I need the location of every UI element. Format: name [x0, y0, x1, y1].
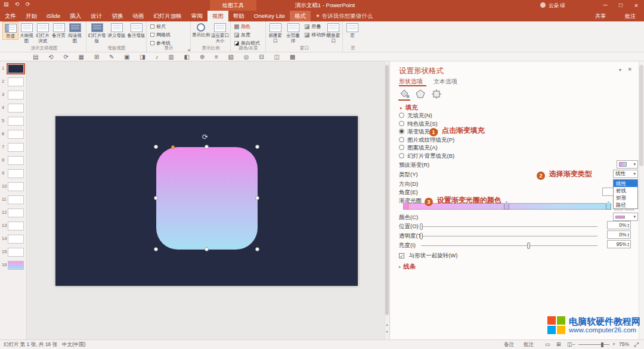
size-properties-icon[interactable]: [431, 89, 442, 99]
slide-thumbnail[interactable]: [8, 91, 24, 99]
notes-toggle[interactable]: 备注: [504, 340, 514, 349]
gradient-rounded-rectangle[interactable]: [156, 147, 258, 250]
option-color[interactable]: 颜色: [234, 23, 265, 30]
fill-option-background[interactable]: 幻灯片背景填充(B): [399, 152, 454, 160]
slide-thumbnail[interactable]: [8, 261, 24, 270]
btn-switch-windows[interactable]: 切换窗口: [324, 21, 342, 43]
btn-arrange-all[interactable]: 全部重排: [284, 21, 302, 43]
slider-handle[interactable]: [420, 233, 423, 239]
position-spinner[interactable]: 0% ▴▾: [607, 221, 631, 229]
slide-thumbnail[interactable]: [8, 248, 24, 257]
option-grayscale[interactable]: 灰度: [234, 32, 265, 38]
position-slider[interactable]: [421, 226, 597, 227]
brightness-spinner[interactable]: 95% ▴▾: [607, 240, 631, 248]
close-button[interactable]: ×: [628, 0, 644, 11]
btn-fit-to-window[interactable]: 适应窗口大小: [210, 21, 230, 43]
slider-handle[interactable]: [527, 242, 530, 249]
gradient-type-dropdown[interactable]: 线性 ▾: [613, 170, 638, 178]
effects-icon[interactable]: [415, 89, 426, 99]
tab-file[interactable]: 文件: [0, 11, 21, 21]
btn-move-split[interactable]: 移动拆分: [305, 32, 324, 38]
minimize-button[interactable]: ─: [597, 0, 613, 11]
tab-home[interactable]: 开始: [21, 11, 42, 21]
comments-button[interactable]: 批注: [625, 11, 636, 21]
slide-thumbnail[interactable]: [8, 156, 24, 165]
user-name[interactable]: 云朵 绿: [549, 0, 565, 11]
btn-macros[interactable]: 宏: [343, 21, 361, 39]
type-option-linear[interactable]: 线性: [614, 180, 637, 187]
quick-access-icons[interactable]: ▤ ⟲ ⟳ ▦ ⊞ ✎ ▣ ◨ ♪ ▥ ◧ ⊕ ≡ ▧ ◎ ⊟ ◫ ▩: [33, 52, 299, 61]
fill-section-header[interactable]: ▲填充: [399, 104, 417, 112]
btn-new-window[interactable]: 新建窗口: [267, 21, 284, 43]
btn-zoom[interactable]: 显示比例: [191, 21, 210, 38]
resize-handle-nw[interactable]: [154, 145, 158, 149]
previous-slide-icon[interactable]: ▴: [385, 322, 389, 326]
tab-shape-options[interactable]: 形状选项: [399, 77, 423, 86]
pane-scrollbar[interactable]: [639, 61, 644, 339]
pane-menu-icon[interactable]: ▾: [619, 67, 621, 73]
rotate-handle[interactable]: ⟳: [202, 133, 208, 141]
rotate-with-shape-checkbox[interactable]: ✓ 与形状一起旋转(W): [399, 252, 457, 260]
zoom-out-icon[interactable]: −: [572, 340, 575, 349]
slide-thumbnail[interactable]: [8, 130, 24, 139]
check-ruler[interactable]: 标尺: [150, 23, 190, 30]
btn-normal-view[interactable]: 普通: [2, 21, 18, 40]
view-mode-icons[interactable]: ▭ ⊞ ◫: [545, 340, 575, 349]
slide[interactable]: ⟳: [55, 116, 358, 286]
canvas-scrollbar[interactable]: [385, 61, 389, 339]
btn-notes-page[interactable]: 备注页: [51, 21, 67, 39]
slide-thumbnail[interactable]: [8, 77, 24, 86]
pane-close-icon[interactable]: ×: [628, 66, 631, 73]
tab-insert[interactable]: 插入: [65, 11, 86, 21]
btn-outline-view[interactable]: 大纲视图: [18, 21, 35, 43]
slide-thumbnail[interactable]: [8, 195, 24, 204]
tell-me-search[interactable]: ✦ 告诉我你想要做什么: [311, 11, 377, 21]
slide-thumbnail[interactable]: [8, 222, 24, 230]
tab-review[interactable]: 审阅: [187, 11, 208, 21]
slider-handle[interactable]: [420, 223, 423, 230]
resize-handle-n[interactable]: [205, 145, 209, 149]
tab-format[interactable]: 格式: [290, 11, 311, 21]
slide-thumbnail[interactable]: [8, 169, 24, 178]
zoom-in-icon[interactable]: +: [612, 340, 615, 349]
slide-thumbnail[interactable]: [8, 143, 24, 152]
btn-cascade[interactable]: 层叠: [305, 23, 324, 30]
btn-notes-master[interactable]: 备注母版: [126, 21, 146, 39]
zoom-level[interactable]: 75%: [619, 340, 629, 349]
scrollbar-thumb[interactable]: [639, 65, 643, 166]
tab-animations[interactable]: 动画: [128, 11, 148, 21]
quick-access-top-icons[interactable]: ▤ ⟲ ⟳: [4, 1, 33, 7]
fill-option-picture[interactable]: 图片或纹理填充(P): [399, 136, 454, 144]
fit-slide-icon[interactable]: ⤢: [634, 340, 639, 349]
resize-handle-sw[interactable]: [154, 247, 158, 251]
scrollbar-thumb[interactable]: [385, 65, 389, 315]
tab-transitions[interactable]: 切换: [107, 11, 128, 21]
brightness-slider[interactable]: [421, 245, 597, 246]
btn-reading-view[interactable]: 阅读视图: [67, 21, 83, 43]
btn-slide-sorter[interactable]: 幻灯片浏览: [35, 21, 51, 43]
transparency-slider[interactable]: [421, 236, 597, 236]
stop-color-picker[interactable]: ▾: [613, 213, 638, 221]
tab-islide[interactable]: iSlide: [42, 11, 65, 21]
zoom-slider-handle[interactable]: [601, 342, 603, 347]
language-indicator[interactable]: 中文(中国): [62, 340, 86, 349]
slide-thumbnail[interactable]: [8, 64, 24, 73]
resize-handle-s[interactable]: [205, 247, 209, 251]
tab-slideshow[interactable]: 幻灯片放映: [148, 11, 187, 21]
resize-handle-e[interactable]: [255, 196, 259, 200]
tab-text-options[interactable]: 文本选项: [434, 77, 457, 86]
share-button[interactable]: 共享: [595, 11, 606, 21]
tab-view[interactable]: 视图: [208, 11, 228, 21]
fill-option-pattern[interactable]: 图案填充(A): [399, 144, 438, 152]
slide-thumbnail[interactable]: [8, 117, 24, 126]
slide-thumbnail[interactable]: [8, 208, 24, 217]
resize-handle-ne[interactable]: [255, 145, 259, 149]
type-option-radial[interactable]: 射线: [614, 187, 637, 194]
type-option-path[interactable]: 路径: [614, 201, 637, 208]
resize-handle-w[interactable]: [154, 196, 158, 200]
resize-handle-se[interactable]: [255, 247, 259, 251]
line-section-header[interactable]: ▸线条: [399, 263, 416, 271]
slide-thumbnail[interactable]: [8, 182, 24, 191]
maximize-button[interactable]: □: [613, 0, 628, 11]
next-slide-icon[interactable]: ▾: [385, 329, 389, 334]
